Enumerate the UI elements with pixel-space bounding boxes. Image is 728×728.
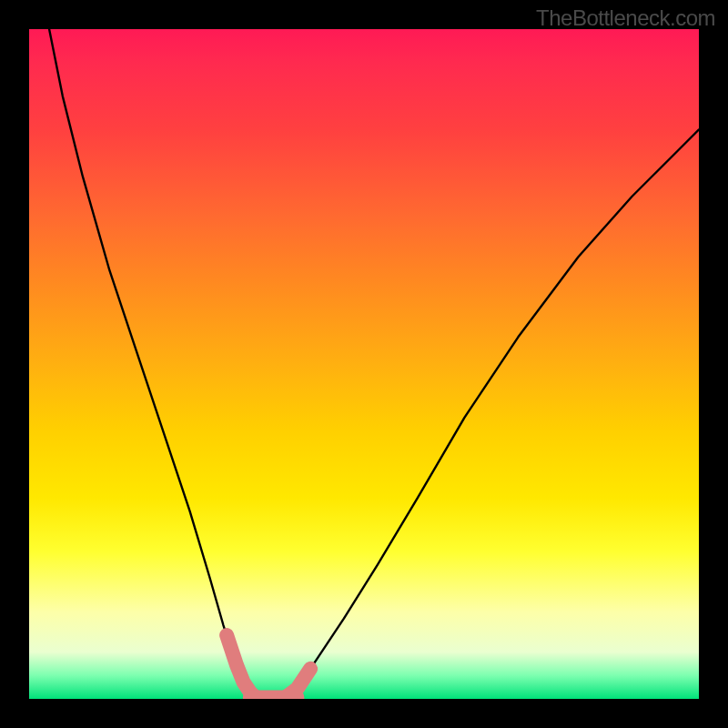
highlight-overlay — [227, 635, 310, 699]
curve-left-branch — [49, 29, 257, 699]
chart-plot-area — [29, 29, 699, 699]
attribution-text: TheBottleneck.com — [536, 5, 715, 31]
chart-svg — [29, 29, 699, 699]
curve-right-branch — [284, 129, 699, 699]
